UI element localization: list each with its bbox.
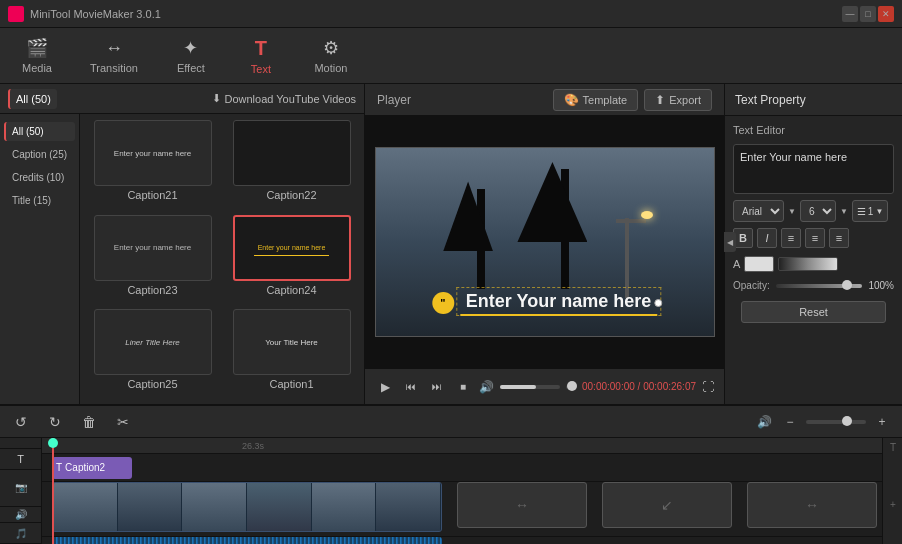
redo-button[interactable]: ↻ bbox=[44, 411, 66, 433]
list-item[interactable]: Caption22 bbox=[225, 120, 358, 209]
time-display: 00:00:00:00 / 00:00:26:07 bbox=[582, 381, 696, 392]
align-center-button[interactable]: ≡ bbox=[805, 228, 825, 248]
list-item[interactable]: Enter your name here Caption23 bbox=[86, 215, 219, 304]
playhead-marker[interactable] bbox=[48, 438, 58, 448]
filter-all[interactable]: All (50) bbox=[8, 89, 57, 109]
filter-side-caption[interactable]: Caption (25) bbox=[4, 145, 75, 164]
playhead[interactable] bbox=[52, 438, 54, 544]
thumb-caption21[interactable]: Enter your name here bbox=[94, 120, 212, 186]
player-header: Player 🎨 Template ⬆ Export bbox=[365, 84, 724, 116]
player-area: " Enter Your name here ◀ bbox=[365, 116, 724, 368]
audio-waveform bbox=[52, 537, 442, 544]
filter-side-all[interactable]: All (50) bbox=[4, 122, 75, 141]
add-video-track-button[interactable]: + bbox=[885, 499, 901, 510]
color-gradient-bar[interactable] bbox=[778, 257, 838, 271]
fullscreen-button[interactable]: ⛶ bbox=[702, 380, 714, 394]
effect-label: Effect bbox=[177, 62, 205, 74]
music-track-label: 🎵 bbox=[0, 523, 41, 544]
zoom-slider[interactable] bbox=[806, 420, 866, 424]
volume-bar[interactable] bbox=[500, 385, 560, 389]
filter-side-credits[interactable]: Credits (10) bbox=[4, 168, 75, 187]
thumb-caption23[interactable]: Enter your name here bbox=[94, 215, 212, 281]
frame-2 bbox=[118, 483, 183, 531]
text-track-row: T Caption2 bbox=[42, 454, 882, 482]
tracks-scroll-area: 26.3s T Caption2 bbox=[42, 438, 882, 544]
font-size-select[interactable]: 64 bbox=[800, 200, 836, 222]
close-button[interactable]: ✕ bbox=[878, 6, 894, 22]
transition-label: Transition bbox=[90, 62, 138, 74]
align-left-button[interactable]: ≡ bbox=[781, 228, 801, 248]
video-frames bbox=[53, 483, 441, 531]
filter-side-title[interactable]: Title (15) bbox=[4, 191, 75, 210]
zoom-out-button[interactable]: − bbox=[780, 412, 800, 432]
progress-bar[interactable] bbox=[566, 385, 576, 389]
caption-resize-handle[interactable] bbox=[654, 299, 662, 307]
extra-clip-2[interactable]: ↙ bbox=[602, 482, 732, 528]
list-item[interactable]: Enter your name here Caption21 bbox=[86, 120, 219, 209]
video-track-label: 📷 bbox=[0, 470, 41, 507]
thumb-caption24[interactable]: Enter your name here bbox=[233, 215, 351, 281]
toolbar-media[interactable]: 🎬 Media bbox=[12, 33, 62, 78]
opacity-slider[interactable] bbox=[776, 284, 863, 288]
opacity-value: 100% bbox=[868, 280, 894, 291]
app-icon bbox=[8, 6, 24, 22]
thumb-label: Caption25 bbox=[127, 378, 177, 390]
undo-button[interactable]: ↺ bbox=[10, 411, 32, 433]
text-input[interactable]: Enter Your name here bbox=[733, 144, 894, 194]
font-family-select[interactable]: Arial bbox=[733, 200, 784, 222]
thumb-caption22[interactable] bbox=[233, 120, 351, 186]
zoom-in-button[interactable]: + bbox=[872, 412, 892, 432]
transition-icon: ↔ bbox=[105, 38, 123, 59]
extra-clip-icon-3: ↔ bbox=[805, 497, 819, 513]
prev-button[interactable]: ⏮ bbox=[401, 377, 421, 397]
toolbar-motion[interactable]: ⚙ Motion bbox=[306, 33, 356, 78]
align-right-button[interactable]: ≡ bbox=[829, 228, 849, 248]
caption-overlay[interactable]: " Enter Your name here bbox=[432, 289, 657, 316]
line-spacing-arrow: ▼ bbox=[875, 207, 883, 216]
toolbar-text[interactable]: T Text bbox=[236, 33, 286, 79]
text-editor-label: Text Editor bbox=[733, 124, 894, 136]
audio-button[interactable]: 🔊 bbox=[754, 412, 774, 432]
youtube-download-btn[interactable]: ⬇ Download YouTube Videos bbox=[212, 92, 357, 105]
expand-panel-arrow[interactable]: ◀ bbox=[724, 232, 736, 252]
music-track-icon: 🎵 bbox=[15, 528, 27, 539]
italic-button[interactable]: I bbox=[757, 228, 777, 248]
text-color-swatch[interactable] bbox=[744, 256, 774, 272]
thumb-caption1[interactable]: Your Title Here bbox=[233, 309, 351, 375]
template-button[interactable]: 🎨 Template bbox=[553, 89, 639, 111]
left-content: All (50) Caption (25) Credits (10) Title… bbox=[0, 114, 364, 404]
audio-track-row bbox=[42, 537, 882, 544]
download-label: Download YouTube Videos bbox=[225, 93, 357, 105]
list-item[interactable]: Liner Title Here Caption25 bbox=[86, 309, 219, 398]
list-item[interactable]: Your Title Here Caption1 bbox=[225, 309, 358, 398]
delete-button[interactable]: 🗑 bbox=[78, 411, 100, 433]
export-button[interactable]: ⬆ Export bbox=[644, 89, 712, 111]
text-color-icon: A bbox=[733, 258, 740, 270]
video-clip[interactable] bbox=[52, 482, 442, 532]
timeline-toolbar: ↺ ↻ 🗑 ✂ 🔊 − + bbox=[0, 406, 902, 438]
text-clip[interactable]: T Caption2 bbox=[52, 457, 132, 479]
add-text-track-button[interactable]: T bbox=[885, 442, 901, 453]
line-spacing-control[interactable]: ☰ 1 ▼ bbox=[852, 200, 888, 222]
font-select-arrow: ▼ bbox=[788, 207, 796, 216]
text-track-icon: T bbox=[17, 453, 24, 465]
reset-button[interactable]: Reset bbox=[741, 301, 886, 323]
thumb-caption25[interactable]: Liner Title Here bbox=[94, 309, 212, 375]
minimize-button[interactable]: — bbox=[842, 6, 858, 22]
extra-clip-3[interactable]: ↔ bbox=[747, 482, 877, 528]
maximize-button[interactable]: □ bbox=[860, 6, 876, 22]
audio-clip[interactable] bbox=[52, 537, 442, 544]
export-icon: ⬆ bbox=[655, 93, 665, 107]
thumb-label: Caption23 bbox=[127, 284, 177, 296]
volume-icon[interactable]: 🔊 bbox=[479, 380, 494, 394]
bold-button[interactable]: B bbox=[733, 228, 753, 248]
extra-clip-1[interactable]: ↔ bbox=[457, 482, 587, 528]
next-button[interactable]: ⏭ bbox=[427, 377, 447, 397]
play-button[interactable]: ▶ bbox=[375, 377, 395, 397]
toolbar-transition[interactable]: ↔ Transition bbox=[82, 34, 146, 78]
list-item[interactable]: Enter your name here Caption24 bbox=[225, 215, 358, 304]
cut-button[interactable]: ✂ bbox=[112, 411, 134, 433]
toolbar-effect[interactable]: ✦ Effect bbox=[166, 33, 216, 78]
stop-button[interactable]: ■ bbox=[453, 377, 473, 397]
caption-text[interactable]: Enter Your name here bbox=[460, 289, 657, 316]
